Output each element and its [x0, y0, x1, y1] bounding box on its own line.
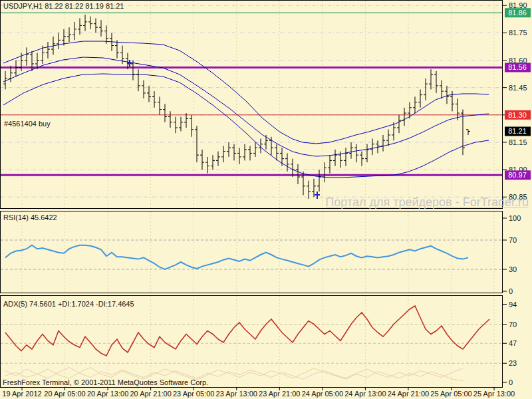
time-tick-label: 25 Apr 05:00	[430, 390, 471, 398]
order-label: #4561404 buy	[4, 120, 51, 128]
time-tick-label: 23 Apr 21:00	[259, 390, 300, 398]
time-tick-label: 20 Apr 05:00	[44, 390, 85, 398]
rsi-tick-label: 70	[509, 236, 517, 244]
adx-tick-label: 23	[509, 359, 517, 367]
time-tick-label: 20 Apr 13:00	[87, 390, 128, 398]
price-badge-label: 81.86	[508, 9, 527, 17]
rsi-tick-label: 30	[509, 265, 517, 273]
price-badge-label: 81.56	[508, 63, 527, 71]
adx-di-line	[5, 368, 463, 380]
price-tick-label: 81.15	[509, 138, 527, 146]
price-badge-label: 80.97	[508, 171, 527, 179]
adx-tick-label: 70	[509, 321, 517, 329]
symbol-header: USDJPY,H1 81.22 81.22 81.19 81.21	[3, 2, 124, 10]
adx-tick-label: 0	[509, 378, 513, 386]
rsi-tick-label: 100	[509, 214, 521, 222]
time-tick-label: 24 Apr 13:00	[344, 390, 386, 398]
adx-tick-label: 94	[509, 301, 517, 309]
panel-border	[1, 1, 503, 209]
time-tick-label: 23 Apr 05:00	[173, 390, 214, 398]
rsi-indicator-label: RSI(14) 45.6422	[3, 213, 57, 221]
price-tick-label: 81.75	[509, 29, 527, 37]
time-tick-label: 24 Apr 05:00	[302, 390, 343, 398]
adx-indicator-label: ADX(5) 74.5601 +DI:1.7024 -DI:17.4645	[3, 300, 134, 308]
time-tick-label: 20 Apr 21:00	[130, 390, 171, 398]
band-lower-line	[3, 74, 489, 178]
price-badge-label: 81.30	[508, 111, 527, 119]
price-tick-label: 81.45	[509, 84, 527, 92]
adx-line	[5, 306, 489, 356]
time-tick-label: 19 Apr 2012	[2, 390, 41, 398]
band-upper-line	[3, 41, 489, 144]
price-badge-label: 81.21	[508, 127, 527, 135]
watermark-text: Портал для трейдеров - ForTrader.ru	[325, 196, 529, 209]
terminal-window: 81.9081.7581.6081.4581.3081.1581.0080.85…	[0, 0, 532, 399]
time-tick-label: 25 Apr 13:00	[473, 390, 515, 398]
adx-tick-label: 47	[509, 339, 517, 347]
time-tick-label: 23 Apr 13:00	[216, 390, 257, 398]
band-middle-line	[3, 57, 489, 156]
time-tick-label: 24 Apr 21:00	[388, 390, 429, 398]
panel-border	[1, 211, 503, 293]
rsi-tick-label: 0	[509, 287, 513, 295]
copyright-text: FreshForex Terminal, © 2001-2011 MetaQuo…	[3, 378, 208, 386]
